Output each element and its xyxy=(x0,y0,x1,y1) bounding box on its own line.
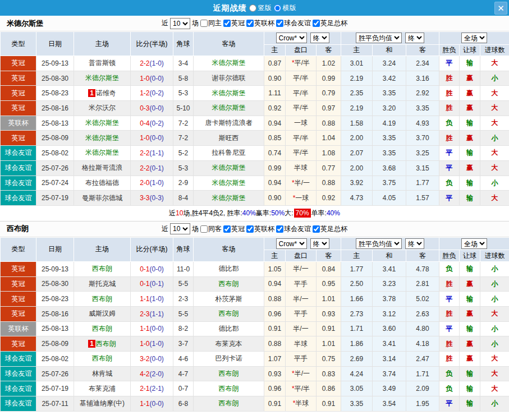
match-score: 0-1(0-1) xyxy=(131,276,173,292)
mean-select[interactable]: 胜平负均值 xyxy=(356,33,402,43)
close-button[interactable]: ✕ xyxy=(494,2,507,15)
corner-score: 11-0 xyxy=(173,261,194,276)
col-handicap: 让球 xyxy=(460,44,480,56)
league-checkbox[interactable]: 英联杯 xyxy=(246,19,274,28)
away-team: 米德尔斯堡 xyxy=(194,191,264,206)
close-icon: ✕ xyxy=(497,3,505,13)
mean-away: 1.95 xyxy=(406,396,439,412)
table-row: 球会友谊 25-08-02 米德尔斯堡 2-2(1-1) 5-2 拉科鲁尼亚 0… xyxy=(1,146,509,161)
bookmaker-select[interactable]: Crow* xyxy=(276,238,307,249)
match-date: 25-08-13 xyxy=(36,321,74,336)
league-checkbox[interactable]: 英冠 xyxy=(223,224,245,234)
same-venue-input[interactable] xyxy=(200,20,208,27)
odds-home: 0.99 xyxy=(264,160,286,176)
mean-home: 2.19 xyxy=(341,101,373,116)
league-input[interactable] xyxy=(223,225,231,233)
horizontal-radio[interactable] xyxy=(274,4,281,12)
league-input[interactable] xyxy=(276,20,283,27)
odds-line: 一球 xyxy=(286,116,317,131)
match-score: 1-0(0-0) xyxy=(131,71,173,86)
match-type-badge: 英冠 xyxy=(1,56,36,71)
final-odds-select[interactable]: 终 xyxy=(310,238,329,249)
league-input[interactable] xyxy=(246,20,254,27)
vertical-radio[interactable] xyxy=(249,4,256,12)
away-team: 谢菲尔德联 xyxy=(194,71,264,86)
corner-score: 8-4 xyxy=(173,191,194,206)
col-mean-away: 客 xyxy=(406,250,439,261)
mean-draw: 3.14 xyxy=(373,352,406,367)
match-date: 25-07-26 xyxy=(36,160,74,176)
away-team: 巴列卡诺 xyxy=(194,352,264,367)
vertical-radio-label: 竖版 xyxy=(258,3,272,13)
result-goals: 小 xyxy=(480,71,509,86)
mean-draw: 3.68 xyxy=(373,160,406,176)
match-score: 0-3(0-0) xyxy=(131,101,173,116)
result-handicap: 赢 xyxy=(460,306,480,321)
table-row: 球会友谊 25-07-11 基辅迪纳摩(中) 1-1(0-0) 6-8 西布朗 … xyxy=(1,396,509,412)
odds-home: 0.94 xyxy=(264,116,286,131)
home-team: 1诺维奇 xyxy=(74,86,131,101)
league-checkbox[interactable]: 英足总杯 xyxy=(313,19,347,28)
near-count-select[interactable]: 10 xyxy=(170,223,190,234)
layout-radio-horizontal[interactable]: 横版 xyxy=(274,3,296,13)
corner-score: 4-7 xyxy=(173,366,194,381)
odds-line: 平/半 xyxy=(286,146,317,161)
home-team: 米德尔斯堡 xyxy=(74,131,131,146)
result-wdl: 胜 xyxy=(439,101,460,116)
col-goals: 进球数 xyxy=(480,250,509,261)
same-venue-checkbox[interactable]: 同客 xyxy=(200,224,222,234)
final-mean-select[interactable]: 终 xyxy=(405,33,424,43)
odds-home: 0.90 xyxy=(264,191,286,206)
league-input[interactable] xyxy=(246,225,254,233)
league-checkbox[interactable]: 球会友谊 xyxy=(276,224,311,234)
odds-away: 1.02 xyxy=(317,56,341,71)
league-input[interactable] xyxy=(313,20,320,27)
bookmaker-select[interactable]: Crow* xyxy=(276,33,307,43)
final-mean-select[interactable]: 终 xyxy=(405,238,424,249)
result-goals: 小 xyxy=(480,176,509,191)
league-checkbox[interactable]: 英联杯 xyxy=(246,224,274,234)
mean-draw: 3.74 xyxy=(373,366,406,381)
corner-score: 5-10 xyxy=(173,101,194,116)
league-input[interactable] xyxy=(276,225,283,233)
result-wdl: 胜 xyxy=(439,352,460,367)
match-date: 25-08-16 xyxy=(36,101,74,116)
mean-draw: 3.60 xyxy=(373,321,406,336)
near-label: 近 xyxy=(162,224,168,234)
odds-home: 0.87 xyxy=(264,56,286,71)
fullmatch-select[interactable]: 全场 xyxy=(461,238,487,249)
match-score: 2-0(1-0) xyxy=(131,176,173,191)
mean-home: 2.69 xyxy=(341,352,373,367)
match-score: 0-1(0-0) xyxy=(131,261,173,276)
league-checkbox[interactable]: 英冠 xyxy=(223,19,245,28)
match-score: 3-2(0-0) xyxy=(131,352,173,367)
near-count-select[interactable]: 10 xyxy=(170,18,190,29)
mean-select[interactable]: 胜平负均值 xyxy=(356,238,402,249)
layout-radio-vertical[interactable]: 竖版 xyxy=(249,3,272,13)
result-wdl: 平 xyxy=(439,292,460,307)
result-goals: 大 xyxy=(480,86,509,101)
fullmatch-select[interactable]: 全场 xyxy=(461,33,487,43)
league-input[interactable] xyxy=(313,225,320,233)
league-input[interactable] xyxy=(223,20,231,27)
table-row: 球会友谊 25-08-02 西布朗 3-2(0-0) 4-6 巴列卡诺 1.07… xyxy=(1,352,509,367)
match-date: 25-07-24 xyxy=(36,176,74,191)
col-away: 客场 xyxy=(194,32,264,56)
col-odds-home: 主 xyxy=(264,44,286,56)
col-corner: 角球 xyxy=(173,237,194,261)
table-row: 英冠 25-08-09 1西布朗 1-0(1-0) 3-7 布莱克本 0.88 … xyxy=(1,336,509,352)
result-handicap: 赢 xyxy=(460,276,480,292)
league-checkbox[interactable]: 球会友谊 xyxy=(276,19,311,28)
same-venue-checkbox[interactable]: 同主 xyxy=(200,19,222,28)
table-row: 英冠 25-08-16 威斯汉姆 2-3(1-1) 5-5 西布朗 0.96 平… xyxy=(1,306,509,321)
corner-score: 2-9 xyxy=(173,176,194,191)
mean-draw: 3.75 xyxy=(373,176,406,191)
odds-away: 1.04 xyxy=(317,131,341,146)
league-checkbox[interactable]: 英足总杯 xyxy=(313,224,347,234)
mean-draw: 3.35 xyxy=(373,146,406,161)
final-odds-select[interactable]: 终 xyxy=(310,33,329,43)
away-team: 米德尔斯堡 xyxy=(194,56,264,71)
same-venue-input[interactable] xyxy=(200,225,208,233)
col-date: 日期 xyxy=(36,237,74,261)
away-team: 德比郡 xyxy=(194,261,264,276)
